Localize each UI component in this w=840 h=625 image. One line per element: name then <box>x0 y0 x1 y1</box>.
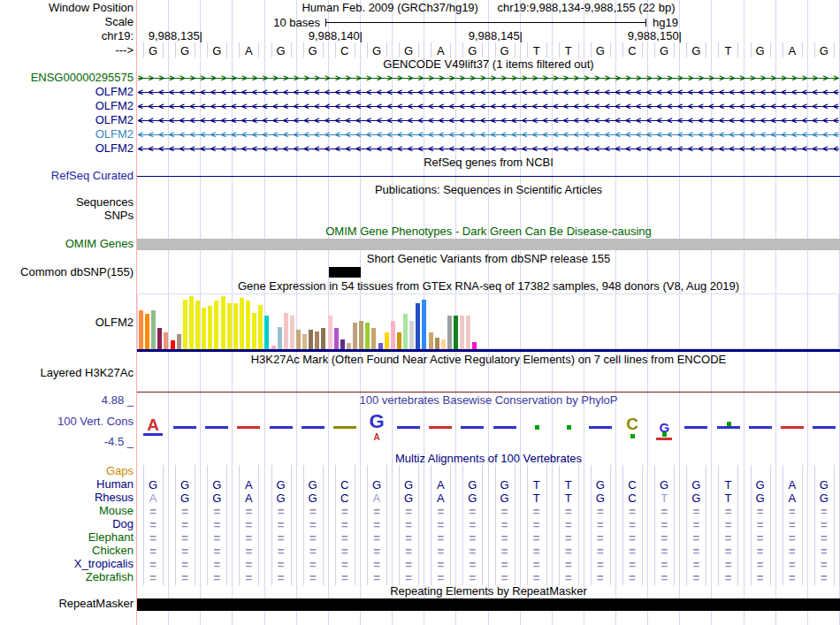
gene-item[interactable]: <<<<<<<<<<<<<<<<<<<<<<<<<<<<<<<<<<<<<<<<… <box>138 115 839 126</box>
alignment-match-mark: = <box>489 531 521 545</box>
track-label-gtex-gene[interactable]: OLFM2 <box>0 316 134 329</box>
track-label-layered-h3k27ac[interactable]: Layered H3K27Ac <box>0 367 134 379</box>
track-label-gaps[interactable]: Gaps <box>0 465 134 477</box>
gene-item[interactable]: <<<<<<<<<<<<<<<<<<<<<<<<<<<<<<<<<<<<<<<<… <box>138 143 839 155</box>
scale-label[interactable]: Scale <box>0 16 134 28</box>
gtex-tissue-bar[interactable] <box>284 313 288 349</box>
gtex-tissue-bar[interactable] <box>171 340 175 349</box>
gtex-tissue-bar[interactable] <box>278 327 282 349</box>
gtex-tissue-bar[interactable] <box>183 300 187 349</box>
gtex-tissue-bar[interactable] <box>466 316 470 349</box>
gtex-tissue-bar[interactable] <box>145 314 149 349</box>
gtex-tissue-bar[interactable] <box>264 316 269 349</box>
gtex-tissue-bar[interactable] <box>397 332 401 349</box>
gtex-tissue-bar[interactable] <box>195 301 200 349</box>
gtex-tissue-bar[interactable] <box>347 343 351 349</box>
alignment-base: G <box>169 492 201 505</box>
chrom-label[interactable]: chr19: <box>0 30 134 42</box>
track-label-sequences[interactable]: Sequences <box>0 196 134 209</box>
gtex-tissue-bar[interactable] <box>334 328 339 349</box>
refseq-curated-gene-line[interactable] <box>137 176 840 177</box>
species-label-rhesus[interactable]: Rhesus <box>0 492 134 504</box>
gtex-tissue-bar[interactable] <box>435 338 439 349</box>
phylop-max-label[interactable]: 4.88 _ <box>0 394 134 407</box>
gtex-tissue-bar[interactable] <box>296 330 301 349</box>
gtex-tissue-bar[interactable] <box>189 296 194 349</box>
gtex-tissue-bar[interactable] <box>258 305 263 349</box>
gtex-tissue-bar[interactable] <box>359 321 363 349</box>
gtex-tissue-bar[interactable] <box>227 303 232 349</box>
gene-label[interactable]: OLFM2 <box>0 128 134 141</box>
gene-item[interactable]: >>>>>>>>>>>>>>>>>>>>>>>>>>>>>>>>>>>>>>>>… <box>138 72 839 84</box>
gene-item[interactable]: <<<<<<<<<<<<<<<<<<<<<<<<<<<<<<<<<<<<<<<<… <box>138 101 839 112</box>
track-label-omim-genes[interactable]: OMIM Genes <box>0 238 134 250</box>
omim-gene-bar[interactable] <box>137 239 840 250</box>
track-label-refseq-curated[interactable]: RefSeq Curated <box>0 170 134 182</box>
gtex-tissue-bar[interactable] <box>454 316 458 349</box>
gtex-tissue-bar[interactable] <box>246 301 250 349</box>
species-label-dog[interactable]: Dog <box>0 518 134 530</box>
repeatmasker-element-bar[interactable] <box>137 598 840 611</box>
gene-direction-arrow: < <box>273 115 279 126</box>
gene-item[interactable]: <<<<<<<<<<<<<<<<<<<<<<<<<<<<<<<<<<<<<<<<… <box>138 87 839 98</box>
gtex-tissue-bar[interactable] <box>233 303 238 349</box>
species-label-mouse[interactable]: Mouse <box>0 505 134 517</box>
gene-item[interactable]: <<<<<<<<<<<<<<<<<<<<<<<<<<<<<<<<<<<<<<<<… <box>138 129 839 141</box>
gtex-tissue-bar[interactable] <box>385 332 389 349</box>
gtex-tissue-bar[interactable] <box>177 334 181 349</box>
gtex-tissue-bar[interactable] <box>315 332 319 349</box>
alignment-match-mark: = <box>265 505 297 518</box>
gtex-tissue-bar[interactable] <box>214 301 218 349</box>
gtex-tissue-bar[interactable] <box>164 332 168 349</box>
gtex-tissue-bar[interactable] <box>391 321 395 349</box>
window-position-label[interactable]: Window Position <box>0 2 134 14</box>
species-label-chicken[interactable]: Chicken <box>0 545 134 557</box>
gtex-tissue-bar[interactable] <box>221 296 225 349</box>
gtex-tissue-bar[interactable] <box>378 343 383 349</box>
track-label-100-vert-cons[interactable]: 100 Vert. Cons <box>0 415 134 428</box>
gtex-tissue-bar[interactable] <box>321 328 325 349</box>
gtex-tissue-bar[interactable] <box>460 316 464 349</box>
gtex-tissue-bar[interactable] <box>139 310 143 349</box>
gene-label[interactable]: OLFM2 <box>0 86 134 98</box>
gene-label[interactable]: OLFM2 <box>0 114 134 126</box>
species-label-human[interactable]: Human <box>0 478 134 491</box>
gtex-tissue-bar[interactable] <box>252 313 256 349</box>
track-label-common-dbsnp[interactable]: Common dbSNP(155) <box>0 266 134 278</box>
gtex-tissue-bar[interactable] <box>422 300 426 349</box>
gene-label[interactable]: ENSG00000295575 <box>0 72 134 84</box>
gene-label[interactable]: OLFM2 <box>0 100 134 112</box>
alignment-match-mark: = <box>776 531 808 545</box>
track-label-snps[interactable]: SNPs <box>0 210 134 222</box>
gtex-tissue-bar[interactable] <box>340 339 345 349</box>
gtex-tissue-bar[interactable] <box>416 303 420 349</box>
strand-label[interactable]: ---> <box>0 44 134 57</box>
gtex-tissue-bar[interactable] <box>371 328 376 349</box>
gtex-tissue-bar[interactable] <box>429 332 433 349</box>
gtex-tissue-bar[interactable] <box>240 298 244 349</box>
gtex-tissue-bar[interactable] <box>409 321 414 349</box>
gtex-tissue-bar[interactable] <box>290 316 294 349</box>
gtex-tissue-bar[interactable] <box>353 323 357 349</box>
gene-direction-arrow: < <box>418 129 424 141</box>
gtex-tissue-bar[interactable] <box>309 330 313 349</box>
species-label-elephant[interactable]: Elephant <box>0 531 134 544</box>
gtex-tissue-bar[interactable] <box>151 310 156 349</box>
gene-label[interactable]: OLFM2 <box>0 142 134 155</box>
gtex-tissue-bar[interactable] <box>208 306 212 349</box>
species-label-zebrafish[interactable]: Zebrafish <box>0 571 134 583</box>
track-label-repeatmasker[interactable]: RepeatMasker <box>0 598 134 610</box>
gtex-tissue-bar[interactable] <box>328 316 332 349</box>
gtex-tissue-bar[interactable] <box>441 339 446 349</box>
gtex-tissue-bar[interactable] <box>403 314 408 349</box>
gtex-tissue-bar[interactable] <box>157 328 162 349</box>
gene-direction-arrow: < <box>418 87 424 98</box>
gtex-tissue-bar[interactable] <box>365 323 370 349</box>
dbsnp-variant-box[interactable] <box>329 267 361 278</box>
gtex-tissue-bar[interactable] <box>202 308 206 349</box>
gtex-tissue-bar[interactable] <box>472 342 477 349</box>
phylop-min-label[interactable]: -4.5 _ <box>0 436 134 448</box>
species-label-x_tropicalis[interactable]: X_tropicalis <box>0 558 134 570</box>
gtex-tissue-bar[interactable] <box>447 316 452 349</box>
gtex-tissue-bar[interactable] <box>302 334 307 349</box>
